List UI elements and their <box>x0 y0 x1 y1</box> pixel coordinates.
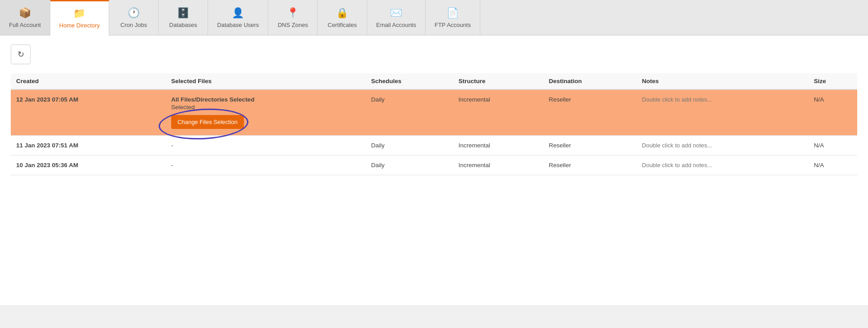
cell-destination: Reseller <box>544 89 637 136</box>
cell-selected-files: All Files/Directories SelectedSelectedCh… <box>166 89 366 136</box>
tab-home-directory[interactable]: 📁 Home Directory <box>50 0 109 35</box>
refresh-button[interactable]: ↻ <box>11 44 31 64</box>
cron-jobs-icon: 🕐 <box>128 7 140 19</box>
tabs-bar: 📦 Full Account 📁 Home Directory 🕐 Cron J… <box>0 0 868 35</box>
tab-cron-jobs-label: Cron Jobs <box>120 22 147 28</box>
tab-databases-label: Databases <box>169 22 197 28</box>
database-users-icon: 👤 <box>232 7 244 19</box>
notes-text: Double click to add notes... <box>642 96 712 103</box>
col-structure: Structure <box>453 73 544 89</box>
certificates-icon: 🔒 <box>336 7 348 19</box>
cell-schedules: Daily <box>366 155 453 175</box>
cell-size: N/A <box>809 89 857 136</box>
change-files-wrapper: Change Files Selection <box>171 115 244 129</box>
cell-structure: Incremental <box>453 136 544 155</box>
cell-structure: Incremental <box>453 89 544 136</box>
tab-database-users[interactable]: 👤 Database Users <box>208 0 268 35</box>
cell-destination: Reseller <box>544 136 637 155</box>
cell-notes[interactable]: Double click to add notes... <box>637 155 809 175</box>
cell-notes[interactable]: Double click to add notes... <box>637 89 809 136</box>
cell-size: N/A <box>809 136 857 155</box>
cell-notes[interactable]: Double click to add notes... <box>637 136 809 155</box>
tab-email-accounts[interactable]: ✉️ Email Accounts <box>367 0 425 35</box>
cell-created: 12 Jan 2023 07:05 AM <box>11 89 166 136</box>
home-directory-icon: 📁 <box>73 8 85 19</box>
backup-table: Created Selected Files Schedules Structu… <box>11 73 857 175</box>
col-created: Created <box>11 73 166 89</box>
cell-schedules: Daily <box>366 136 453 155</box>
cell-selected-files: - <box>166 136 366 155</box>
table-row: 11 Jan 2023 07:51 AM-DailyIncrementalRes… <box>11 136 857 155</box>
tab-dns-zones[interactable]: 📍 DNS Zones <box>268 0 318 35</box>
cell-structure: Incremental <box>453 155 544 175</box>
change-files-button[interactable]: Change Files Selection <box>171 115 244 129</box>
tab-ftp-accounts[interactable]: 📄 FTP Accounts <box>425 0 480 35</box>
table-row: 12 Jan 2023 07:05 AMAll Files/Directorie… <box>11 89 857 136</box>
table-row: 10 Jan 2023 05:36 AM-DailyIncrementalRes… <box>11 155 857 175</box>
cell-created: 11 Jan 2023 07:51 AM <box>11 136 166 155</box>
tab-full-account-label: Full Account <box>9 22 41 28</box>
tab-cron-jobs[interactable]: 🕐 Cron Jobs <box>109 0 159 35</box>
tab-home-directory-label: Home Directory <box>59 22 100 29</box>
col-notes: Notes <box>637 73 809 89</box>
databases-icon: 🗄️ <box>177 7 189 19</box>
selected-files-text: All Files/Directories Selected <box>171 96 360 103</box>
tab-certificates-label: Certificates <box>328 22 357 28</box>
cell-created: 10 Jan 2023 05:36 AM <box>11 155 166 175</box>
col-selected-files: Selected Files <box>166 73 366 89</box>
tab-full-account[interactable]: 📦 Full Account <box>0 0 50 35</box>
notes-text: Double click to add notes... <box>642 142 712 149</box>
tab-databases[interactable]: 🗄️ Databases <box>159 0 208 35</box>
tab-certificates[interactable]: 🔒 Certificates <box>318 0 367 35</box>
notes-text: Double click to add notes... <box>642 162 712 168</box>
col-size: Size <box>809 73 857 89</box>
cell-selected-files: - <box>166 155 366 175</box>
table-header-row: Created Selected Files Schedules Structu… <box>11 73 857 89</box>
tab-database-users-label: Database Users <box>217 22 259 28</box>
cell-destination: Reseller <box>544 155 637 175</box>
selected-files-sub: Selected <box>171 104 360 111</box>
ftp-accounts-icon: 📄 <box>447 7 459 19</box>
main-content: ↻ Created Selected Files Schedules Struc… <box>0 35 868 305</box>
cell-size: N/A <box>809 155 857 175</box>
tab-dns-zones-label: DNS Zones <box>278 22 308 28</box>
email-accounts-icon: ✉️ <box>390 7 402 19</box>
tab-email-accounts-label: Email Accounts <box>376 22 416 28</box>
col-destination: Destination <box>544 73 637 89</box>
tab-ftp-accounts-label: FTP Accounts <box>434 22 471 28</box>
cell-schedules: Daily <box>366 89 453 136</box>
dns-zones-icon: 📍 <box>287 7 299 19</box>
full-account-icon: 📦 <box>19 7 31 19</box>
col-schedules: Schedules <box>366 73 453 89</box>
